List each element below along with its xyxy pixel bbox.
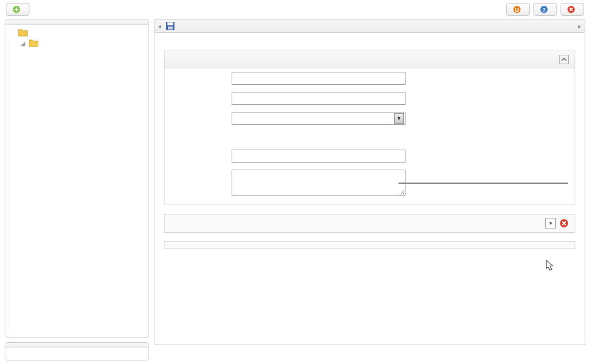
help-icon: ? [540,5,548,14]
create-button[interactable] [6,3,29,16]
settings-title [5,19,149,25]
svg-rect-8 [168,27,173,29]
svg-text:?: ? [542,6,546,13]
folder-icon [29,39,38,47]
scroll-right-icon[interactable]: ▸ [578,23,581,29]
scroll-down-icon[interactable]: ▼ [559,183,568,183]
settings-panel: ◢ [5,19,149,337]
alias-label [173,92,232,94]
delete-icon[interactable] [559,219,569,228]
name-input[interactable] [232,72,406,85]
name-label [173,72,232,74]
about-button[interactable]: U [506,3,530,16]
sections-title [5,343,149,348]
no-properties-row [164,241,575,249]
cursor-icon [546,260,554,272]
mandatory-label [173,141,232,143]
type-dropdown-list[interactable]: ▲ ▼ [398,183,568,184]
svg-text:U: U [515,6,519,13]
help-button[interactable]: ? [533,3,557,16]
collapse-arrow-icon: ◢ [21,40,27,47]
description-input[interactable] [232,170,406,196]
collapse-button[interactable] [559,55,569,64]
close-icon [567,5,575,14]
svg-rect-7 [167,22,173,25]
tree-root-settings[interactable] [9,27,145,38]
about-icon: U [513,5,521,14]
folder-icon [18,28,28,37]
type-label [173,112,232,114]
sections-panel [5,342,149,360]
scroll-left-icon[interactable]: ◂ [158,23,161,29]
toolbar-strip: ◂ ▸ [154,19,585,33]
tree-item-doctypes[interactable]: ◢ [19,38,145,48]
tab-label [173,132,232,134]
save-icon[interactable] [166,21,175,31]
alias-input[interactable] [232,92,406,105]
validation-input[interactable] [232,150,406,163]
edit-property-box: ▼ [164,51,575,204]
property-row: ▾ [164,214,575,233]
plus-icon [12,5,21,14]
logout-button[interactable] [561,3,584,16]
description-label [173,170,232,171]
scroll-up-icon[interactable]: ▲ [559,183,568,184]
dropdown-arrow-icon: ▼ [394,113,404,124]
validation-label [173,150,232,151]
type-select[interactable]: ▼ [232,112,406,125]
property-dropdown-button[interactable]: ▾ [545,218,556,229]
